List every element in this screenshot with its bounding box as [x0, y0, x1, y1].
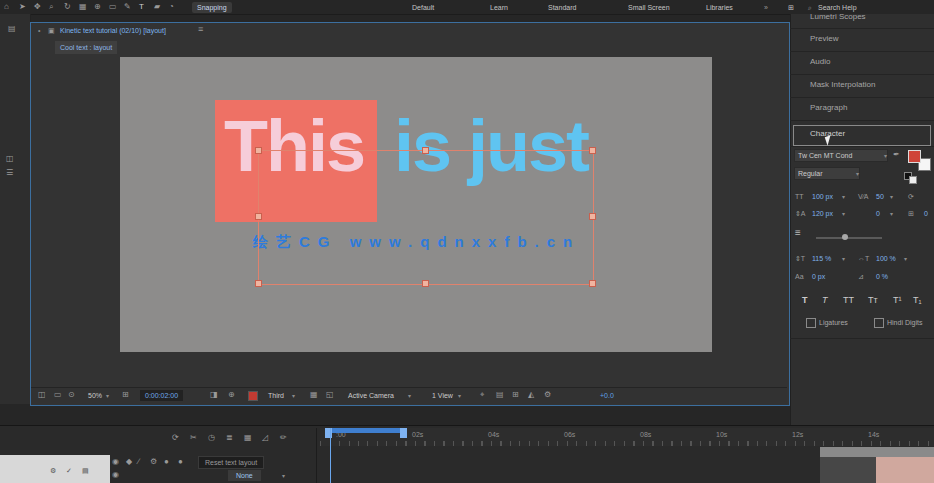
panel-tab-preview[interactable]: Preview: [810, 34, 838, 44]
workspace-grid-icon[interactable]: ⊞: [788, 3, 794, 12]
stroke-slider-knob[interactable]: [842, 234, 848, 240]
always-preview-icon[interactable]: ◫: [38, 390, 46, 400]
horizontal-scale-value[interactable]: 100 %: [876, 254, 896, 263]
hindi-digits-checkbox[interactable]: [874, 318, 884, 328]
panel-tab-mask-interpolation[interactable]: Mask Interpolation: [810, 80, 875, 90]
faux-bold-button[interactable]: T: [802, 295, 808, 306]
shy-icon[interactable]: ◷: [208, 433, 215, 443]
panel-tab-paragraph[interactable]: Paragraph: [810, 103, 847, 113]
preview-monitor-icon[interactable]: ▭: [54, 390, 62, 400]
workspace-tab-standard[interactable]: Standard: [548, 3, 576, 12]
shape-tool-icon[interactable]: ▭: [109, 2, 117, 12]
resolution-caret-icon[interactable]: ▾: [292, 392, 295, 399]
pixel-aspect-icon[interactable]: ⌖: [480, 390, 485, 400]
font-size-value[interactable]: 100 px: [812, 192, 833, 201]
zoom-tool-icon[interactable]: ⌕: [49, 2, 53, 12]
project-panel-icon[interactable]: ▤: [8, 24, 16, 34]
show-channel-swatch[interactable]: [248, 391, 258, 401]
faux-italic-button[interactable]: T: [822, 295, 828, 306]
layer-row-icon[interactable]: ◉: [112, 470, 119, 480]
panel-tab-audio[interactable]: Audio: [810, 57, 830, 67]
lock-switch-icon[interactable]: ∕: [138, 457, 139, 467]
work-area-end-handle[interactable]: [400, 428, 407, 438]
tracking-caret-icon[interactable]: ▾: [890, 210, 893, 217]
effects-panel-icon[interactable]: ◫: [6, 154, 14, 164]
selection-handle-nw[interactable]: [255, 147, 262, 154]
zoom-caret-icon[interactable]: ▾: [106, 392, 109, 399]
tracking-value[interactable]: 0: [876, 209, 880, 218]
workspace-tab-libraries[interactable]: Libraries: [706, 3, 733, 12]
subscript-button[interactable]: T₁: [913, 295, 922, 306]
selection-handle-se[interactable]: [589, 280, 596, 287]
camera-tool-icon[interactable]: ▦: [79, 2, 87, 12]
fill-color-swatch[interactable]: [908, 150, 921, 163]
transparency-grid-icon[interactable]: ◱: [326, 390, 334, 400]
rotate-tool-icon[interactable]: ↻: [64, 2, 71, 12]
effect-switch-icon[interactable]: ●: [178, 457, 183, 467]
comp-viewer-label[interactable]: Cool text : layout: [55, 41, 117, 54]
character-menu-icon[interactable]: ≡: [795, 228, 801, 238]
align-panel-icon[interactable]: ☰: [6, 168, 13, 178]
selection-handle-sw[interactable]: [255, 280, 262, 287]
hand-tool-icon[interactable]: ✥: [34, 2, 41, 12]
parent-link-caret-icon[interactable]: ▾: [282, 472, 285, 479]
ligatures-checkbox[interactable]: [806, 318, 816, 328]
home-tool-icon[interactable]: ⌂: [4, 2, 9, 12]
panel-tab-lumetri-scopes[interactable]: Lumetri Scopes: [810, 12, 866, 22]
selection-handle-w[interactable]: [255, 213, 262, 220]
workspace-tab-learn[interactable]: Learn: [490, 3, 508, 12]
zoom-level-dropdown[interactable]: 50%: [88, 391, 102, 400]
font-style-caret-icon[interactable]: ▾: [856, 170, 859, 177]
solo-switch-icon[interactable]: ◆: [126, 457, 132, 467]
type-tool-icon[interactable]: T: [139, 2, 144, 12]
small-caps-button[interactable]: Tᴛ: [868, 295, 878, 306]
font-size-caret-icon[interactable]: ▾: [842, 193, 845, 200]
stroke-width-value[interactable]: 0: [924, 209, 928, 218]
eye-switch-icon[interactable]: ◉: [112, 457, 119, 467]
eyedropper-icon[interactable]: ✒: [893, 150, 900, 160]
snapshot-icon[interactable]: ◨: [210, 390, 218, 400]
comp-tab-title[interactable]: Kinetic text tutorial (02/10) [layout]: [60, 26, 166, 35]
check-icon[interactable]: ✓: [66, 466, 72, 475]
view-layout-caret-icon[interactable]: ▾: [458, 392, 461, 399]
stroke-slider-track[interactable]: [816, 237, 882, 239]
selection-tool-icon[interactable]: ➤: [19, 2, 26, 12]
region-of-interest-icon[interactable]: ▦: [310, 390, 318, 400]
reset-exposure-icon[interactable]: ◭: [528, 390, 534, 400]
default-stroke-chip[interactable]: [909, 176, 917, 184]
parent-link-dropdown[interactable]: None: [228, 470, 261, 481]
kerning-value[interactable]: 50: [876, 192, 884, 201]
leading-value[interactable]: 120 px: [812, 209, 833, 218]
work-area-bar[interactable]: [325, 428, 407, 433]
search-help-label[interactable]: Search Help: [818, 3, 857, 12]
vertical-scale-caret-icon[interactable]: ▾: [842, 255, 845, 262]
split-layer-icon[interactable]: ✂: [190, 433, 197, 443]
workspace-overflow-icon[interactable]: »: [764, 3, 768, 12]
leading-caret-icon[interactable]: ▾: [842, 210, 845, 217]
brush-tool-icon[interactable]: ▰: [154, 2, 160, 12]
stroke-grid-icon[interactable]: ⊞: [908, 209, 914, 218]
font-family-caret-icon[interactable]: ▾: [884, 152, 887, 159]
graph-editor-icon[interactable]: ◿: [262, 433, 268, 443]
pen-tool-icon[interactable]: ✎: [124, 2, 131, 12]
fx-switch-icon[interactable]: ⚙: [150, 457, 157, 467]
comp-panel-menu-icon[interactable]: ≡: [198, 24, 203, 34]
magnify-icon[interactable]: ⊙: [68, 390, 75, 400]
list-icon[interactable]: ▤: [82, 466, 89, 475]
tsume-value[interactable]: 0 %: [876, 272, 888, 281]
gear-icon[interactable]: ⚙: [50, 466, 56, 475]
selection-handle-s[interactable]: [422, 280, 429, 287]
frame-blend-icon[interactable]: ≣: [226, 433, 233, 443]
snap-icon[interactable]: ⟳: [172, 433, 179, 443]
fast-previews-icon[interactable]: ⚙: [544, 390, 551, 400]
pan-behind-tool-icon[interactable]: ⊕: [94, 2, 101, 12]
superscript-button[interactable]: T¹: [893, 295, 902, 306]
baseline-shift-value[interactable]: 0 px: [812, 272, 825, 281]
draw-icon[interactable]: ✏: [280, 433, 287, 443]
exposure-value[interactable]: +0.0: [600, 391, 614, 400]
camera-view-dropdown[interactable]: Active Camera: [348, 391, 394, 400]
horizontal-scale-caret-icon[interactable]: ▾: [904, 255, 907, 262]
view-layout-dropdown[interactable]: 1 View: [432, 391, 453, 400]
current-time-field[interactable]: 0:00:02:00: [140, 390, 183, 401]
flowchart-icon[interactable]: ⊞: [512, 390, 519, 400]
